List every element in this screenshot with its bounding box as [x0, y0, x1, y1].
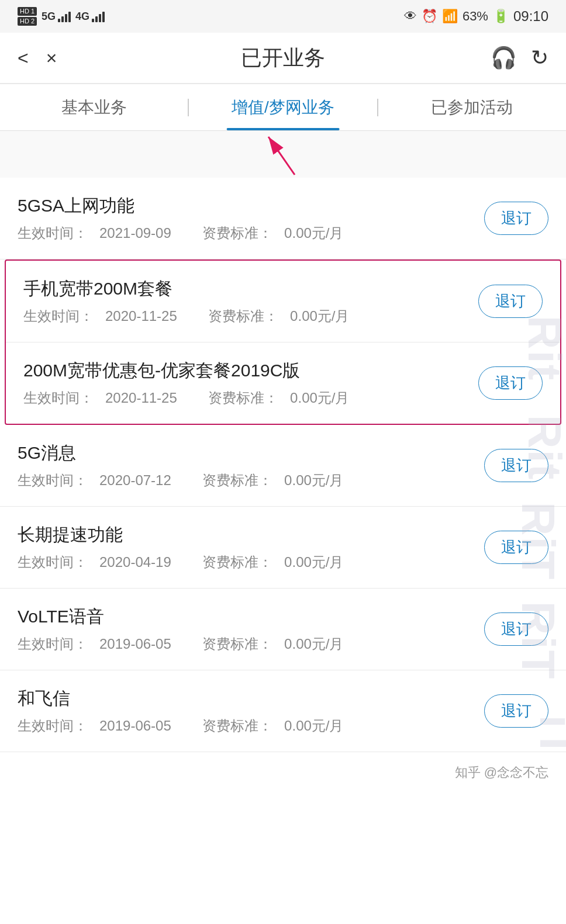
- status-bar: HD 1 HD 2 5G 4G 👁 ⏰ 📶 63% 🔋: [0, 0, 566, 33]
- close-button[interactable]: ×: [46, 47, 57, 69]
- unsubscribe-button-volte[interactable]: 退订: [484, 612, 548, 646]
- service-meta-speedup: 生效时间：2020-04-19 资费标准：0.00元/月: [18, 553, 484, 572]
- service-name-5gsa: 5GSA上网功能: [18, 194, 484, 218]
- service-item-broadband-discount: 200M宽带优惠包-优家套餐2019C版 生效时间：2020-11-25 资费标…: [6, 342, 560, 424]
- arrow-svg: [236, 131, 353, 178]
- service-info-speedup: 长期提速功能 生效时间：2020-04-19 资费标准：0.00元/月: [18, 523, 484, 572]
- arrow-annotation: [0, 131, 566, 178]
- nav-right: 🎧 ↻: [491, 46, 548, 70]
- unsubscribe-button-5gmessage[interactable]: 退订: [484, 449, 548, 482]
- service-item-volte: VoLTE语音 生效时间：2019-06-05 资费标准：0.00元/月 退订: [0, 589, 566, 670]
- effective-date-b200: 2020-11-25: [105, 308, 177, 324]
- effective-date-bd: 2020-11-25: [105, 390, 177, 406]
- service-name-broadband-discount: 200M宽带优惠包-优家套餐2019C版: [23, 359, 478, 383]
- footer: 知乎 @念念不忘: [0, 752, 566, 793]
- svg-line-1: [268, 137, 295, 175]
- service-name-5gmessage: 5G消息: [18, 441, 484, 465]
- signal-4g: 4G: [75, 11, 105, 23]
- status-time: 09:10: [513, 8, 548, 25]
- charge-value-vl: 0.00元/月: [284, 636, 343, 652]
- signal-5g: 5G: [42, 11, 71, 23]
- charge-value-b200: 0.00元/月: [290, 308, 349, 324]
- service-item-5gmessage: 5G消息 生效时间：2020-07-12 资费标准：0.00元/月 退订: [0, 425, 566, 507]
- service-info-broadband200: 手机宽带200M套餐 生效时间：2020-11-25 资费标准：0.00元/月: [23, 277, 478, 326]
- effective-date-hfx: 2019-06-05: [99, 718, 171, 733]
- clock-icon: ⏰: [422, 9, 437, 24]
- effective-date-sp: 2020-04-19: [99, 554, 171, 570]
- service-info-volte: VoLTE语音 生效时间：2019-06-05 资费标准：0.00元/月: [18, 605, 484, 653]
- charge-label-5gm: 资费标准：: [202, 472, 272, 488]
- service-name-broadband200: 手机宽带200M套餐: [23, 277, 478, 301]
- service-info-5gmessage: 5G消息 生效时间：2020-07-12 资费标准：0.00元/月: [18, 441, 484, 490]
- unsubscribe-button-speedup[interactable]: 退订: [484, 531, 548, 564]
- hd1-badge: HD 1: [18, 7, 37, 16]
- unsubscribe-button-5gsa[interactable]: 退订: [484, 202, 548, 235]
- hd2-badge: HD 2: [18, 17, 37, 26]
- back-button[interactable]: <: [18, 47, 29, 69]
- service-item-hefeixun: 和飞信 生效时间：2019-06-05 资费标准：0.00元/月 退订: [0, 670, 566, 752]
- service-info-5gsa: 5GSA上网功能 生效时间：2021-09-09 资费标准：0.00元/月: [18, 194, 484, 243]
- charge-value-sp: 0.00元/月: [284, 554, 343, 570]
- service-meta-5gmessage: 生效时间：2020-07-12 资费标准：0.00元/月: [18, 471, 484, 490]
- unsubscribe-button-hefeixun[interactable]: 退订: [484, 694, 548, 728]
- service-info-broadband-discount: 200M宽带优惠包-优家套餐2019C版 生效时间：2020-11-25 资费标…: [23, 359, 478, 407]
- charge-value-5gsa: 0.00元/月: [284, 225, 343, 241]
- unsubscribe-button-broadband-discount[interactable]: 退订: [478, 366, 543, 400]
- charge-value-5gm: 0.00元/月: [284, 472, 343, 488]
- service-meta-broadband-discount: 生效时间：2020-11-25 资费标准：0.00元/月: [23, 389, 478, 407]
- highlighted-group: 手机宽带200M套餐 生效时间：2020-11-25 资费标准：0.00元/月 …: [5, 259, 561, 425]
- effective-label-hfx: 生效时间：: [18, 718, 88, 733]
- eye-icon: 👁: [404, 9, 417, 24]
- service-meta-broadband200: 生效时间：2020-11-25 资费标准：0.00元/月: [23, 307, 478, 326]
- charge-label-bd: 资费标准：: [208, 390, 278, 406]
- headset-icon[interactable]: 🎧: [491, 46, 517, 70]
- status-bar-right: 👁 ⏰ 📶 63% 🔋 09:10: [404, 8, 548, 25]
- service-info-hefeixun: 和飞信 生效时间：2019-06-05 资费标准：0.00元/月: [18, 687, 484, 735]
- battery-icon: 🔋: [493, 9, 509, 24]
- effective-label-bd: 生效时间：: [23, 390, 94, 406]
- service-item-broadband200: 手机宽带200M套餐 生效时间：2020-11-25 资费标准：0.00元/月 …: [6, 261, 560, 342]
- effective-label-vl: 生效时间：: [18, 636, 88, 652]
- service-meta-hefeixun: 生效时间：2019-06-05 资费标准：0.00元/月: [18, 717, 484, 735]
- page-title: 已开业务: [241, 44, 325, 72]
- effective-date-5gsa: 2021-09-09: [99, 225, 171, 241]
- charge-label-hfx: 资费标准：: [202, 718, 272, 733]
- charge-label-5gsa: 资费标准：: [202, 225, 272, 241]
- phone-signal-icon: 📶: [442, 9, 458, 24]
- service-name-hefeixun: 和飞信: [18, 687, 484, 711]
- service-item-5gsa: 5GSA上网功能 生效时间：2021-09-09 资费标准：0.00元/月 退订: [0, 178, 566, 259]
- top-nav: < × 已开业务 🎧 ↻: [0, 33, 566, 84]
- tab-basic[interactable]: 基本业务: [0, 84, 188, 130]
- charge-label-b200: 资费标准：: [208, 308, 278, 324]
- service-name-volte: VoLTE语音: [18, 605, 484, 629]
- charge-label-vl: 资费标准：: [202, 636, 272, 652]
- effective-label-5gsa: 生效时间：: [18, 225, 88, 241]
- tab-activity[interactable]: 已参加活动: [378, 84, 566, 130]
- effective-label-sp: 生效时间：: [18, 554, 88, 570]
- service-list: 5GSA上网功能 生效时间：2021-09-09 资费标准：0.00元/月 退订…: [0, 178, 566, 752]
- tab-value[interactable]: 增值/梦网业务: [189, 84, 377, 130]
- status-bar-left: HD 1 HD 2 5G 4G: [18, 7, 105, 26]
- tabs-container: 基本业务 增值/梦网业务 已参加活动: [0, 84, 566, 131]
- charge-value-hfx: 0.00元/月: [284, 718, 343, 733]
- effective-date-vl: 2019-06-05: [99, 636, 171, 652]
- effective-label-b200: 生效时间：: [23, 308, 94, 324]
- unsubscribe-button-broadband200[interactable]: 退订: [478, 285, 543, 318]
- service-meta-5gsa: 生效时间：2021-09-09 资费标准：0.00元/月: [18, 224, 484, 243]
- effective-label-5gm: 生效时间：: [18, 472, 88, 488]
- service-meta-volte: 生效时间：2019-06-05 资费标准：0.00元/月: [18, 635, 484, 653]
- footer-text: 知乎 @念念不忘: [455, 765, 548, 780]
- refresh-icon[interactable]: ↻: [531, 46, 548, 70]
- nav-left: < ×: [18, 47, 57, 69]
- charge-value-bd: 0.00元/月: [290, 390, 349, 406]
- effective-date-5gm: 2020-07-12: [99, 472, 171, 488]
- service-name-speedup: 长期提速功能: [18, 523, 484, 547]
- service-item-speedup: 长期提速功能 生效时间：2020-04-19 资费标准：0.00元/月 退订: [0, 507, 566, 589]
- charge-label-sp: 资费标准：: [202, 554, 272, 570]
- battery-percent: 63%: [463, 9, 488, 24]
